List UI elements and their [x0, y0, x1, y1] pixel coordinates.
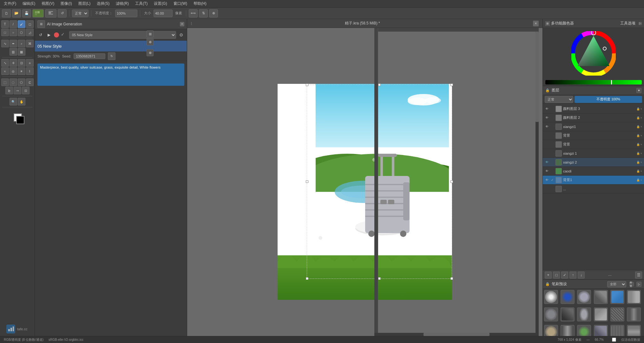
mirror-v-btn[interactable]: ⇅	[199, 9, 208, 17]
blur-tool[interactable]: ◎	[10, 67, 17, 75]
rect-tool[interactable]: □	[1, 29, 9, 36]
layer-del-icon-0[interactable]: ×	[641, 107, 642, 111]
menu-settings[interactable]: 设置(G)	[153, 0, 168, 7]
group-layer-btn[interactable]: □	[553, 272, 560, 279]
layer-item-1[interactable]: 👁 颜料图层 2 🔒 ×	[543, 113, 644, 122]
brush-item-1[interactable]	[561, 290, 575, 304]
text-tool[interactable]: T	[1, 20, 9, 28]
layer-del-icon-3[interactable]: ×	[641, 134, 642, 137]
color-panel-icon[interactable]: ⊞	[545, 21, 550, 26]
menu-filter[interactable]: 滤镜(R)	[115, 0, 130, 7]
layer-eye-1[interactable]: 👁	[545, 116, 549, 120]
layer-del-icon-4[interactable]: ×	[641, 143, 642, 146]
open-file-btn[interactable]: 📂	[12, 9, 21, 17]
polyline-tool[interactable]: ◿	[26, 29, 34, 36]
fill-tool[interactable]: ▥	[10, 48, 17, 56]
ai-settings-btn[interactable]: ⚙	[178, 32, 184, 38]
brushes-lock-icon[interactable]: 🔒	[545, 282, 550, 286]
layer-lock-icon-0[interactable]: 🔒	[636, 107, 640, 111]
select-rect-tool[interactable]: ⬚	[1, 78, 9, 86]
brush-filter-select[interactable]: 全部	[607, 281, 626, 287]
handle-tr[interactable]	[450, 84, 453, 86]
brush-presets-btn[interactable]	[32, 9, 44, 17]
ai-confirm-btn[interactable]: ✓	[61, 32, 67, 38]
layer-lock-icon-8[interactable]: 🔒	[636, 178, 640, 182]
menu-view[interactable]: 视图(V)	[40, 0, 56, 7]
layer-item-7[interactable]: 👁 caodi 🔒 ×	[543, 167, 644, 176]
canvas-close-btn[interactable]: ×	[533, 21, 539, 26]
layer-lock-icon-2[interactable]: 🔒	[636, 125, 640, 128]
calligraphy-tool[interactable]: 𝒸	[18, 40, 25, 47]
brush-item-9[interactable]	[594, 307, 608, 321]
new-file-btn[interactable]: 🗋	[2, 9, 11, 17]
opacity-input[interactable]	[115, 10, 137, 17]
layer-lock-icon-4[interactable]: 🔒	[636, 143, 640, 146]
select-poly-tool[interactable]: ⬠	[18, 78, 25, 86]
menu-layer[interactable]: 图层(L)	[77, 0, 92, 7]
eraser-tool[interactable]: ◻	[26, 20, 34, 28]
layer-del-icon-1[interactable]: ×	[641, 116, 642, 119]
seed-input[interactable]	[74, 53, 105, 59]
layer-del-icon-6[interactable]: ×	[641, 161, 642, 164]
dupe-layer-btn[interactable]: ✓	[561, 272, 568, 279]
menu-select[interactable]: 选择(S)	[95, 0, 111, 7]
layer-item-9[interactable]: 👁 ...	[543, 185, 644, 193]
warp-tool[interactable]: ⌇	[26, 67, 34, 75]
polygon-tool[interactable]: ⬡	[18, 29, 25, 36]
menu-file[interactable]: 文件(F)	[3, 0, 17, 7]
smart-patch-tool[interactable]: ⌘	[26, 40, 34, 47]
menu-help[interactable]: 帮助(H)	[192, 0, 208, 7]
brush-expand-btn[interactable]: ▷	[636, 282, 641, 287]
layer-lock-icon-5[interactable]: 🔒	[636, 152, 640, 155]
zoom-tool[interactable]: 🔍	[10, 98, 17, 105]
select-circle-tool[interactable]: ◌	[10, 78, 17, 86]
layer-eye-2[interactable]: 👁	[545, 124, 549, 129]
layer-item-4[interactable]: 👁 背景 🔒 ×	[543, 140, 644, 149]
ai-tool-2[interactable]: ⊕	[147, 38, 154, 45]
layers-settings-btn[interactable]: ▼	[636, 88, 641, 93]
menu-image[interactable]: 图像(I)	[59, 0, 73, 7]
crop-tool[interactable]: ⊡	[18, 59, 25, 67]
green-slider[interactable]	[545, 80, 642, 84]
path-tool[interactable]: ✒	[10, 40, 17, 47]
layer-check-8[interactable]: ✓	[550, 178, 554, 182]
layer-item-6[interactable]: 👁 xaingzi 2 🔒 ×	[543, 158, 644, 167]
ai-panel-close-btn[interactable]: ×	[180, 22, 184, 26]
layer-settings-btn[interactable]: ☰	[635, 272, 642, 279]
smear-tool[interactable]: ≈	[1, 67, 9, 75]
ai-record-btn[interactable]	[54, 32, 59, 37]
stabilizer-btn[interactable]: ⊕	[209, 9, 218, 17]
layer-item-8[interactable]: 👁 ✓ 背景1 🔒 ×	[543, 176, 644, 185]
layer-del-icon-5[interactable]: ×	[641, 152, 642, 155]
redo-btn[interactable]: ↺	[58, 9, 67, 17]
layer-eye-6[interactable]: 👁	[545, 160, 549, 165]
brush-item-4[interactable]	[610, 290, 624, 304]
layer-lock-icon-6[interactable]: 🔒	[636, 161, 640, 164]
ai-add-layer-btn[interactable]: ⊞	[147, 30, 154, 37]
select-path-tool[interactable]: ⊵	[5, 87, 13, 94]
brush-item-11[interactable]	[627, 307, 641, 321]
clone-tool[interactable]: ⎆	[26, 59, 34, 67]
curve-tool[interactable]: ∿	[1, 40, 9, 47]
layer-item-2[interactable]: 👁 xiangzi1 🔒 ×	[543, 122, 644, 131]
undo-btn[interactable]	[45, 9, 56, 17]
layer-lock-icon-1[interactable]: 🔒	[636, 116, 640, 119]
brush-item-3[interactable]	[594, 290, 608, 304]
line-tool[interactable]: /	[10, 20, 17, 28]
brush-item-7[interactable]	[561, 307, 575, 321]
ai-style-select[interactable]: 05 New Style	[69, 31, 176, 39]
select-contiguous-tool[interactable]: ⊡	[22, 87, 30, 94]
add-layer-btn[interactable]: +	[545, 272, 552, 279]
brush-item-10[interactable]	[610, 307, 624, 321]
move-up-btn[interactable]: ↑	[569, 272, 576, 279]
handle-mr[interactable]	[450, 180, 453, 183]
gradient-tool[interactable]: ▦	[18, 48, 25, 56]
layer-item-3[interactable]: 👁 背景 🔒 ×	[543, 131, 644, 140]
menu-tools[interactable]: 工具(T)	[134, 0, 149, 7]
ai-expand-btn[interactable]: ⊕	[147, 49, 154, 56]
circle-tool[interactable]: ○	[10, 29, 17, 36]
layer-lock-icon-3[interactable]: 🔒	[636, 134, 640, 137]
select-lasso-tool[interactable]: ⊏	[26, 78, 34, 86]
ai-collapse-btn[interactable]: ⊞	[37, 20, 45, 28]
prompt-textarea[interactable]: Masterpiece, best quality, silver suitca…	[37, 64, 184, 86]
